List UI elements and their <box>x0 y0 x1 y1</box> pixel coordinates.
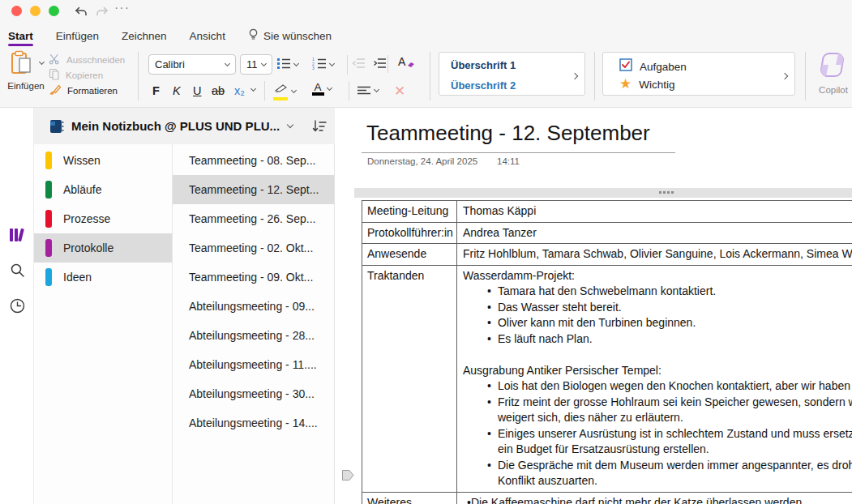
section-ablaeufe[interactable]: Abläufe <box>34 175 172 204</box>
style-heading1[interactable]: Überschrift 1 <box>451 59 516 71</box>
page-title[interactable]: Teammeeting - 12. September <box>366 121 650 146</box>
clipboard-actions: Ausschneiden Kopieren Formatieren <box>49 52 125 98</box>
page-item-selected[interactable]: Teammeeting - 12. Sept... <box>173 175 334 204</box>
row-value[interactable]: Andrea Tanzer <box>457 223 852 244</box>
copilot-button[interactable]: Copilot <box>812 49 852 95</box>
undo-icon[interactable] <box>72 3 90 21</box>
row-value[interactable]: Fritz Hohlblum, Tamara Schwab, Olivier S… <box>457 244 852 265</box>
tab-start[interactable]: Start <box>8 24 33 47</box>
tab-ansicht[interactable]: Ansicht <box>190 24 225 47</box>
bullet-item: •Oliver kann mit den Turbinen beginnen. <box>463 315 852 331</box>
tab-einfuegen[interactable]: Einfügen <box>56 24 99 47</box>
section-prozesse[interactable]: Prozesse <box>34 204 172 233</box>
tag-aufgaben[interactable]: Aufgaben <box>619 58 687 75</box>
script-options-chevron[interactable] <box>250 86 256 92</box>
numbered-list-button[interactable]: 123 <box>312 57 334 73</box>
section-color-bar <box>45 152 52 169</box>
copy-icon <box>49 68 60 82</box>
page-item[interactable]: Teammeeting - 08. Sep... <box>173 146 334 175</box>
page-canvas[interactable]: Teammeeting - 12. September Donnerstag, … <box>335 108 852 504</box>
font-size-select[interactable]: 11 <box>240 54 272 75</box>
page-item[interactable]: Teammeeting - 26. Sep... <box>173 204 334 233</box>
paste-button[interactable]: Einfügen <box>5 50 47 91</box>
format-painter-button[interactable]: Formatieren <box>49 83 125 98</box>
strikethrough-button[interactable]: ab <box>212 84 225 97</box>
tags-expand-chevron[interactable] <box>781 73 788 79</box>
italic-button[interactable]: K <box>173 84 181 97</box>
close-window-button[interactable] <box>11 6 22 16</box>
page-item[interactable]: Abteilungsmeeting - 30... <box>173 379 334 408</box>
style-heading2[interactable]: Überschrift 2 <box>451 79 516 92</box>
delete-button[interactable]: ✕ <box>394 83 405 100</box>
bullet-item: •Fritz meint der grosse Hohlraum sei kei… <box>463 395 852 411</box>
svg-text:3: 3 <box>312 66 315 70</box>
notebook-title[interactable]: Mein Notizbuch @ PLUS UND PLU... <box>71 119 280 133</box>
bullet-item: •Tamara hat den Schwebelmann kontaktiert… <box>463 284 852 300</box>
row-value[interactable]: •Die Kaffeemaschine darf nicht mehr der … <box>457 493 852 504</box>
tags-gallery: Aufgaben ★ Wichtig <box>602 52 795 96</box>
section-color-bar <box>45 210 52 228</box>
row-value[interactable]: Wasserdamm-Projekt: •Tamara hat den Schw… <box>457 266 852 492</box>
indent-button[interactable] <box>373 58 387 69</box>
row-label: Protokollführer:in <box>362 223 457 244</box>
topic-heading: Wasserdamm-Projekt: <box>463 268 852 284</box>
copy-button: Kopieren <box>49 67 125 83</box>
paragraph-alignment-button[interactable] <box>357 86 379 96</box>
section-ideen[interactable]: Ideen <box>34 263 172 292</box>
titlebar: ··· <box>0 0 852 24</box>
subscript-button[interactable]: x₂ <box>234 84 245 97</box>
tab-zeichnen[interactable]: Zeichnen <box>122 24 167 47</box>
note-container-handle[interactable] <box>354 188 852 198</box>
row-value[interactable]: Thomas Käppi <box>457 201 852 222</box>
tag-wichtig[interactable]: ★ Wichtig <box>619 78 675 91</box>
bullet-list-button[interactable] <box>276 57 298 73</box>
minimize-window-button[interactable] <box>30 6 41 16</box>
font-color-button[interactable]: A <box>311 83 332 96</box>
notebook-icon <box>49 118 65 135</box>
copilot-icon <box>816 70 850 83</box>
table-row: Protokollführer:in Andrea Tanzer <box>362 223 852 245</box>
zoom-window-button[interactable] <box>49 6 59 16</box>
scissors-icon <box>49 53 61 66</box>
page-item[interactable]: Abteilungsmeeting - 09... <box>173 292 334 321</box>
page-item[interactable]: Abteilungsmeeting - 28... <box>173 321 334 350</box>
table-row: Anwesende Fritz Hohlblum, Tamara Schwab,… <box>362 244 852 266</box>
more-commands-icon[interactable]: ··· <box>114 1 130 15</box>
underline-button[interactable]: U <box>193 84 201 97</box>
page-item[interactable]: Abteilungsmeeting - 11.... <box>173 350 334 379</box>
clipboard-paste-icon <box>9 50 44 76</box>
ribbon-tabs: Start Einfügen Zeichnen Ansicht Sie wüns… <box>0 24 852 47</box>
sort-icon[interactable] <box>312 120 327 133</box>
notebook-header: Mein Notizbuch @ PLUS UND PLU... <box>34 108 335 144</box>
format-painter-brush-icon <box>49 83 62 97</box>
paragraph-handle-icon[interactable] <box>341 468 355 485</box>
notebook-switcher-chevron[interactable] <box>287 122 293 128</box>
notebooks-library-icon[interactable] <box>8 226 26 244</box>
recent-notes-clock-icon[interactable] <box>8 297 26 314</box>
app-rail <box>0 108 34 504</box>
section-wissen[interactable]: Wissen <box>34 146 172 175</box>
bold-button[interactable]: F <box>152 84 160 97</box>
page-date: Donnerstag, 24. April 2025 14:11 <box>367 156 477 166</box>
todo-checkbox-icon <box>619 58 632 75</box>
page-item[interactable]: Abteilungsmeeting - 14.... <box>173 408 334 438</box>
tab-sie-wuenschen[interactable]: Sie wünschen <box>248 24 332 47</box>
clear-formatting-button[interactable]: A <box>398 55 415 68</box>
font-name-select[interactable]: Calibri <box>148 54 236 75</box>
numbered-list-icon: 123 <box>312 57 327 73</box>
bullet-item: •Das Wasser steht bereit. <box>463 300 852 316</box>
highlight-color-button[interactable] <box>272 83 296 100</box>
styles-expand-chevron[interactable] <box>572 73 578 79</box>
highlighter-icon <box>272 83 289 100</box>
bullet-list-icon <box>276 57 291 73</box>
row-label: Meeting-Leitung <box>362 201 457 222</box>
pages-list: Teammeeting - 08. Sep... Teammeeting - 1… <box>173 144 335 504</box>
table-row: Meeting-Leitung Thomas Käppi <box>362 201 852 223</box>
page-item[interactable]: Teammeeting - 09. Okt... <box>173 263 334 292</box>
section-protokolle[interactable]: Protokolle <box>34 233 172 263</box>
meeting-table[interactable]: Meeting-Leitung Thomas Käppi Protokollfü… <box>362 200 852 504</box>
page-item[interactable]: Teammeeting - 02. Okt... <box>173 233 334 263</box>
ribbon: Einfügen Ausschneiden Kopieren Formatier… <box>0 47 852 107</box>
styles-gallery: Überschrift 1 Überschrift 2 <box>439 52 585 96</box>
search-icon[interactable] <box>8 261 26 279</box>
